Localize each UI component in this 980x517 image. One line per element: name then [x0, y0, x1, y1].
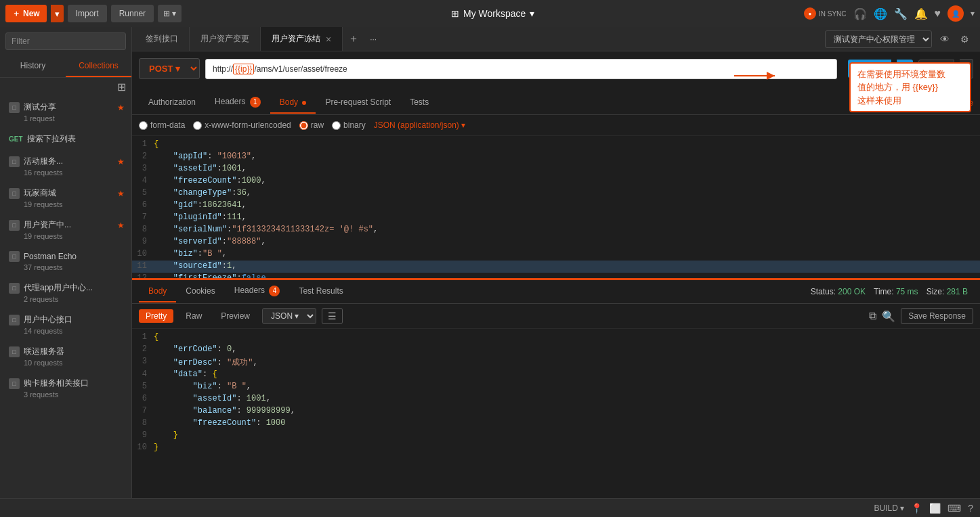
collection-item[interactable]: □ 代理app用户中心... 2 requests — [0, 277, 131, 309]
collection-count: 19 requests — [9, 232, 125, 240]
workspace-selector[interactable]: ⊞ My Workspace ▾ — [451, 8, 534, 19]
code-line: 6 "gid":18623641, — [132, 200, 980, 212]
headphone-icon[interactable]: 🎧 — [853, 7, 867, 20]
url-path: /ams/v1/user/asset/freeze — [254, 64, 347, 74]
sidebar-search-area — [0, 27, 131, 55]
tab-add-button[interactable]: ＋ — [343, 32, 364, 46]
tab-label: 签到接口 — [146, 33, 178, 45]
layout-icon[interactable]: ⬜ — [929, 503, 941, 514]
collection-item[interactable]: □ 购卡服务相关接口 3 requests — [0, 372, 131, 404]
collection-item[interactable]: □ 用户中心接口 14 requests — [0, 309, 131, 340]
response-nav-test-results[interactable]: Test Results — [289, 281, 352, 302]
tab-asset-freeze[interactable]: 用户资产冻结 × — [261, 27, 343, 51]
code-line: 4 "freezeCount":1000, — [132, 175, 980, 187]
request-line: POST ▾ http://{{ip}}/ams/v1/user/asset/f… — [139, 58, 973, 79]
bottombar: BUILD ▾ 📍 ⬜ ⌨ ? — [0, 498, 980, 517]
nav-prerequest[interactable]: Pre-request Script — [316, 92, 400, 114]
annotation-box: 在需要使用环境变量数值的地方，用 {{key}}这样来使用 — [849, 62, 971, 113]
response-body-editor[interactable]: 1 { 2 "errCode": 0, 3 "errDesc": "成功", 4… — [132, 329, 980, 461]
help-icon[interactable]: ? — [968, 503, 973, 514]
collection-item[interactable]: □ 活动服务... ★ 16 requests — [0, 150, 131, 182]
collection-item[interactable]: □ 联运服务器 10 requests — [0, 340, 131, 372]
code-line: 11 "sourceId":1, — [132, 261, 980, 273]
runner-button[interactable]: Runner — [111, 5, 154, 22]
radio-urlencoded[interactable]: x-www-form-urlencoded — [193, 120, 291, 130]
collection-name: 用户中心接口 — [24, 314, 125, 325]
response-nav-cookies[interactable]: Cookies — [176, 281, 224, 302]
code-line: 3 "errDesc": "成功", — [132, 356, 980, 369]
environment-select[interactable]: 测试资产中心权限管理 — [825, 30, 932, 48]
request-body-editor[interactable]: 1 { 2 "appId": "10013", 3 "assetId":1001… — [132, 136, 980, 278]
search-button[interactable]: 🔍 — [882, 308, 895, 324]
bottombar-right: BUILD ▾ 📍 ⬜ ⌨ ? — [874, 503, 973, 514]
preview-button[interactable]: Preview — [214, 309, 257, 323]
tab-close-icon[interactable]: × — [326, 34, 331, 45]
body-format-select[interactable]: JSON (application/json) ▾ — [374, 120, 465, 130]
copy-button[interactable]: ⧉ — [869, 308, 876, 324]
collection-count: 10 requests — [9, 359, 125, 367]
raw-button[interactable]: Raw — [179, 309, 209, 323]
wrench-icon[interactable]: 🔧 — [894, 7, 908, 20]
content-area: 签到接口 用户资产变更 用户资产冻结 × ＋ ··· 测试资产中心权限管理 👁 … — [132, 27, 980, 517]
location-icon[interactable]: 📍 — [911, 503, 922, 514]
method-select[interactable]: POST ▾ — [139, 58, 200, 79]
code-line: 2 "appId": "10013", — [132, 151, 980, 163]
tab-jiadao[interactable]: 签到接口 — [135, 27, 190, 51]
bell-icon[interactable]: 🔔 — [914, 7, 928, 20]
new-label: New — [23, 9, 40, 18]
request-section: POST ▾ http://{{ip}}/ams/v1/user/asset/f… — [132, 51, 980, 278]
body-options: form-data x-www-form-urlencoded raw bina… — [132, 115, 980, 136]
keyboard-icon[interactable]: ⌨ — [947, 503, 961, 514]
topbar-right: ● IN SYNC 🎧 🌐 🔧 🔔 ♥ 👤 ▾ — [804, 5, 975, 22]
new-dropdown-button[interactable]: ▾ — [51, 5, 64, 22]
response-nav-body[interactable]: Body — [139, 281, 176, 302]
code-line: 3 "assetId":1001, — [132, 163, 980, 175]
tab-asset-change[interactable]: 用户资产变更 — [190, 27, 261, 51]
new-button[interactable]: ＋ New — [5, 5, 47, 22]
tab-label: 用户资产变更 — [200, 33, 249, 45]
heart-icon[interactable]: ♥ — [935, 7, 941, 20]
collection-item[interactable]: □ Postman Echo 37 requests — [0, 246, 131, 277]
globe-icon[interactable]: 🌐 — [874, 7, 887, 20]
filter-input[interactable] — [5, 32, 126, 50]
radio-form-data[interactable]: form-data — [139, 120, 185, 130]
avatar[interactable]: 👤 — [947, 5, 964, 22]
new-collection-icon[interactable]: ⊞ — [117, 81, 126, 93]
builder-button[interactable]: ⊞ ▾ — [158, 5, 182, 22]
save-response-button[interactable]: Save Response — [901, 308, 973, 324]
eye-button[interactable]: 👁 — [937, 32, 952, 46]
collection-item[interactable]: □ 测试分享 ★ 1 request — [0, 96, 131, 128]
response-nav-headers[interactable]: Headers 4 — [225, 280, 290, 303]
nav-tests[interactable]: Tests — [400, 92, 438, 114]
size-value: 281 B — [947, 287, 968, 296]
code-line: 10 } — [132, 442, 980, 454]
import-button[interactable]: Import — [68, 5, 107, 22]
annotation-arrow — [734, 66, 795, 86]
collection-item[interactable]: GET 搜索下拉列表 — [0, 128, 131, 150]
main-layout: History Collections ⊞ □ 测试分享 ★ 1 request… — [0, 27, 980, 517]
nav-authorization[interactable]: Authorization — [139, 92, 205, 114]
pretty-button[interactable]: Pretty — [139, 309, 173, 323]
collection-item[interactable]: □ 用户资产中... ★ 19 requests — [0, 214, 131, 246]
collection-item[interactable]: □ 玩家商城 ★ 19 requests — [0, 182, 131, 214]
collection-folder-icon: □ — [9, 251, 20, 262]
tab-history[interactable]: History — [0, 55, 66, 77]
radio-raw[interactable]: raw — [299, 120, 324, 130]
avatar-dropdown-icon[interactable]: ▾ — [971, 9, 975, 18]
response-format-select[interactable]: JSON ▾ — [262, 308, 316, 324]
build-button[interactable]: BUILD ▾ — [874, 503, 905, 513]
response-nav: Body Cookies Headers 4 Test Results Stat… — [132, 280, 980, 304]
code-line: 7 "balance": 999998999, — [132, 405, 980, 418]
settings-button[interactable]: ⚙ — [958, 32, 972, 46]
radio-binary[interactable]: binary — [332, 120, 366, 130]
sidebar-actions: ⊞ — [0, 78, 131, 96]
code-line: 7 "pluginId":111, — [132, 212, 980, 224]
nav-body[interactable]: Body — [270, 92, 316, 114]
tab-collections[interactable]: Collections — [66, 55, 131, 77]
filter-button[interactable]: ☰ — [322, 308, 343, 324]
nav-headers[interactable]: Headers 1 — [205, 91, 270, 114]
tab-more-button[interactable]: ··· — [364, 35, 382, 44]
collection-count: 1 request — [9, 114, 125, 122]
collection-name: 购卡服务相关接口 — [24, 378, 125, 389]
collection-name: 测试分享 — [24, 102, 113, 113]
